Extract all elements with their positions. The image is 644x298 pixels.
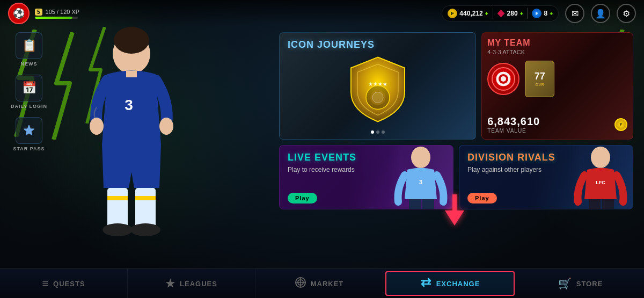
- nav-item-market[interactable]: MARKET: [255, 269, 383, 298]
- svg-rect-22: [409, 199, 421, 209]
- level-badge: 5: [35, 9, 42, 16]
- star-pass-icon: [16, 117, 42, 144]
- svg-point-10: [103, 223, 133, 236]
- nav-item-quests[interactable]: ≡ QUESTS: [0, 269, 128, 298]
- svg-point-20: [501, 76, 506, 82]
- gem-amount: 280: [507, 10, 518, 17]
- quests-label: QUESTS: [53, 280, 85, 288]
- mail-button[interactable]: ✉: [565, 4, 584, 23]
- header: ⚽ 5 105 / 120 XP F 440,212 + 280 +: [0, 0, 644, 27]
- nav-item-leagues[interactable]: ★ LEAGUES: [128, 269, 255, 298]
- svg-rect-26: [589, 199, 601, 209]
- team-value-coin-icon: F: [614, 118, 627, 131]
- divider-1: [493, 8, 493, 19]
- team-icons-row: 77 OVR: [487, 61, 627, 97]
- sidebar-item-daily-login[interactable]: 📅 DAILY LOGIN: [11, 75, 47, 109]
- store-label: STORE: [576, 280, 603, 288]
- team-value-label: TEAM VALUE: [487, 128, 540, 134]
- svg-point-19: [499, 74, 508, 84]
- xp-text: 105 / 120 XP: [46, 9, 80, 15]
- division-rivals-title: DIVISION RIVALS: [467, 152, 555, 163]
- bottom-nav: ≡ QUESTS ★ LEAGUES MARKET EXCHANGE 🛒 STO…: [0, 268, 644, 298]
- live-events-card[interactable]: LIVE EVENTS Play to receive rewards Play…: [279, 145, 453, 209]
- top-row: ICON JOURNEYS ★★★★: [279, 32, 633, 140]
- my-team-card[interactable]: MY TEAM 4-3-3 ATTACK 77 OVR: [481, 32, 633, 140]
- exchange-icon: [420, 277, 432, 291]
- gem-plus: +: [520, 11, 523, 17]
- svg-rect-27: [602, 199, 614, 209]
- svg-point-17: [492, 68, 515, 90]
- svg-marker-0: [24, 125, 34, 135]
- sidebar-item-news[interactable]: 📋 NEWS: [11, 32, 47, 67]
- player-character-svg: 3: [46, 11, 217, 252]
- icon-journeys-card[interactable]: ICON JOURNEYS ★★★★: [279, 32, 476, 140]
- division-rivals-card[interactable]: DIVISION RIVALS Play against other playe…: [459, 145, 633, 209]
- nav-item-store[interactable]: 🛒 STORE: [517, 269, 644, 298]
- daily-login-icon: 📅: [16, 75, 42, 101]
- svg-text:3: 3: [419, 179, 422, 185]
- friends-button[interactable]: 👤: [591, 4, 610, 23]
- points-plus: +: [550, 11, 553, 17]
- xp-container: 5 105 / 120 XP: [35, 9, 79, 19]
- club-badge[interactable]: ⚽: [8, 3, 30, 24]
- points-amount: 8: [544, 10, 547, 17]
- svg-rect-9: [135, 196, 156, 200]
- settings-button[interactable]: ⚙: [617, 4, 636, 23]
- svg-rect-12: [126, 71, 137, 77]
- player-area: 3: [46, 11, 250, 263]
- svg-point-2: [114, 27, 149, 54]
- svg-text:LFC: LFC: [596, 180, 605, 185]
- svg-point-21: [411, 147, 430, 168]
- player-card-mini: 77 OVR: [525, 61, 554, 97]
- sidebar-item-star-pass[interactable]: STAR PASS: [11, 117, 47, 151]
- arrow-down: [445, 210, 464, 226]
- gem-icon: [497, 10, 505, 17]
- dot-2: [376, 130, 379, 134]
- store-icon: 🛒: [558, 277, 572, 290]
- leagues-label: LEAGUES: [180, 280, 217, 288]
- svg-rect-6: [107, 188, 128, 228]
- coin-amount: 440,212: [459, 10, 482, 17]
- xp-fill: [35, 17, 72, 19]
- live-events-title: LIVE EVENTS: [288, 152, 356, 163]
- player-rating: 77: [535, 71, 545, 82]
- formation-text: 4-3-3 ATTACK: [487, 49, 627, 55]
- svg-point-5: [159, 118, 173, 135]
- svg-point-4: [90, 118, 104, 135]
- level-row: 5 105 / 120 XP: [35, 9, 79, 16]
- leagues-icon: ★: [165, 277, 175, 290]
- live-events-play-button[interactable]: Play: [288, 193, 317, 203]
- exchange-arrow-indicator: [445, 195, 464, 226]
- svg-point-16: [372, 92, 383, 103]
- division-rivals-play-button[interactable]: Play: [467, 193, 497, 203]
- dot-3: [382, 130, 385, 134]
- svg-point-18: [496, 71, 511, 86]
- content-area: ICON JOURNEYS ★★★★: [279, 32, 633, 209]
- coin-currency: F 440,212 +: [448, 9, 488, 18]
- team-value-section: 6,843,610 TEAM VALUE F: [487, 115, 627, 134]
- svg-rect-8: [107, 196, 128, 200]
- nav-item-exchange[interactable]: EXCHANGE: [385, 271, 515, 296]
- arrow-stem: [452, 194, 457, 210]
- fifa-coin-icon: F: [448, 9, 457, 18]
- division-rivals-subtitle: Play against other players: [467, 166, 541, 173]
- club-logo: [487, 63, 519, 95]
- coin-plus: +: [485, 11, 488, 17]
- daily-login-label: DAILY LOGIN: [11, 104, 47, 109]
- points-currency: F 8 +: [532, 9, 553, 18]
- svg-point-25: [591, 147, 610, 168]
- team-value-row: 6,843,610 TEAM VALUE F: [487, 115, 627, 134]
- star-pass-label: STAR PASS: [13, 146, 45, 151]
- xp-bar: [35, 17, 78, 19]
- live-events-subtitle: Play to receive rewards: [288, 166, 355, 173]
- svg-rect-23: [422, 199, 434, 209]
- carousel-dots: [371, 130, 385, 134]
- points-icon: F: [532, 9, 541, 18]
- header-left: ⚽ 5 105 / 120 XP: [8, 3, 79, 24]
- my-team-title: MY TEAM: [487, 38, 627, 48]
- svg-text:3: 3: [125, 97, 133, 113]
- sidebar: 📋 NEWS 📅 DAILY LOGIN STAR PASS: [11, 32, 47, 151]
- news-label: NEWS: [21, 61, 38, 67]
- svg-point-11: [130, 223, 160, 236]
- gem-currency: 280 +: [497, 10, 523, 17]
